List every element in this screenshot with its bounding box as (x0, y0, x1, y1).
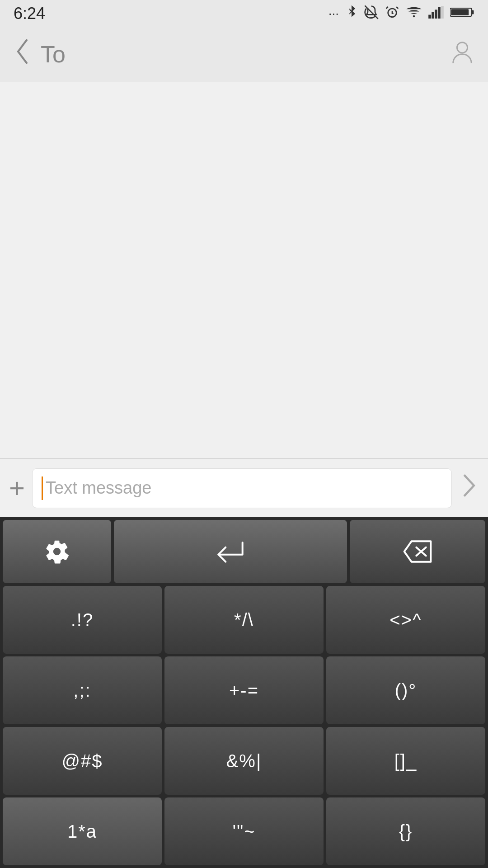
kb-row-3: @#$ &%| []_ (3, 727, 485, 795)
svg-rect-12 (451, 9, 469, 15)
kb-key-comma[interactable]: ,;: (3, 656, 162, 724)
back-button[interactable] (14, 38, 32, 70)
svg-point-13 (457, 42, 467, 52)
svg-line-2 (386, 7, 388, 9)
keyboard-backspace-button[interactable] (350, 520, 485, 583)
svg-rect-6 (432, 12, 434, 19)
wifi-icon (406, 6, 422, 22)
kb-key-bracket[interactable]: []_ (326, 727, 485, 795)
kb-row-2: ,;: +-= ()° (3, 656, 485, 724)
kb-key-at[interactable]: @#$ (3, 727, 162, 795)
battery-icon (450, 6, 474, 22)
kb-key-switch[interactable]: 1*a (3, 797, 162, 865)
alarm-icon (385, 5, 399, 23)
kb-key-angle[interactable]: <>^ (326, 586, 485, 654)
send-button[interactable] (459, 473, 479, 503)
kb-key-slash[interactable]: */\ (164, 586, 324, 654)
message-area (0, 81, 488, 458)
svg-rect-9 (441, 6, 444, 19)
mute-icon (364, 5, 379, 23)
header-bar: To (0, 27, 488, 81)
kb-key-amp[interactable]: &%| (164, 727, 324, 795)
message-placeholder: Text message (46, 478, 151, 498)
svg-rect-5 (428, 14, 431, 18)
to-label: To (41, 41, 450, 68)
signal-icon (428, 6, 444, 22)
keyboard: .!? */\ <>^ ,;: +-= ()° @#$ &%| []_ 1*a … (0, 517, 488, 868)
status-icons: ··· (328, 4, 474, 24)
svg-rect-11 (472, 10, 474, 14)
svg-rect-8 (438, 7, 441, 18)
kb-row-4: 1*a '"~ {} (3, 797, 485, 865)
svg-line-3 (396, 7, 398, 9)
text-input-box[interactable]: Text message (32, 468, 452, 508)
kb-key-punct1[interactable]: .!? (3, 586, 162, 654)
kb-top-row (3, 520, 485, 583)
dots-icon: ··· (328, 6, 339, 21)
bluetooth-icon (345, 4, 358, 24)
keyboard-enter-button[interactable] (114, 520, 347, 583)
kb-key-paren[interactable]: ()° (326, 656, 485, 724)
status-bar: 6:24 ··· (0, 0, 488, 27)
kb-key-math[interactable]: +-= (164, 656, 324, 724)
status-time: 6:24 (14, 4, 45, 23)
svg-point-4 (413, 15, 415, 17)
kb-key-quote[interactable]: '"~ (164, 797, 324, 865)
input-bar: + Text message (0, 458, 488, 517)
svg-rect-7 (435, 9, 437, 19)
cursor (42, 476, 43, 500)
kb-row-1: .!? */\ <>^ (3, 586, 485, 654)
contact-icon[interactable] (450, 38, 474, 70)
kb-key-curly[interactable]: {} (326, 797, 485, 865)
keyboard-settings-button[interactable] (3, 520, 111, 583)
plus-button[interactable]: + (9, 475, 25, 502)
